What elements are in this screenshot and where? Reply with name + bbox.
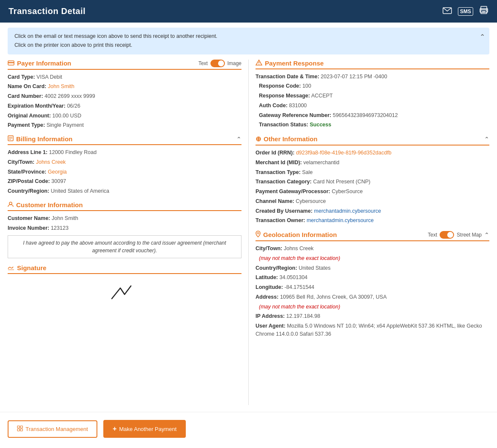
header: Transaction Detail SMS	[0, 0, 497, 23]
svg-point-17	[257, 232, 259, 234]
response-date: Transaction Date & Time: 2023-07-07 12:1…	[256, 73, 489, 81]
payer-name: Name On Card: John Smith	[8, 83, 241, 91]
auth-code: Auth Code: 831000	[256, 102, 489, 110]
geo-longitude: Longitude: -84.1751544	[256, 283, 489, 291]
geo-toggle-track[interactable]	[440, 231, 454, 239]
footer: Transaction Management + Make Another Pa…	[0, 412, 497, 448]
sms-icon[interactable]: SMS	[458, 7, 473, 16]
transaction-owner: Transaction Owner: merchantadmin.cyberso…	[256, 217, 489, 225]
print-icon[interactable]	[479, 6, 488, 17]
payment-response-section: Payment Response Transaction Date & Time…	[256, 60, 489, 129]
payer-card-number: Card Number: 4002 2699 xxxx 9999	[8, 92, 241, 100]
svg-rect-3	[482, 11, 486, 12]
plus-icon: ⊕	[256, 135, 261, 143]
plus-payment-icon: +	[113, 425, 116, 433]
payer-section: Payer Information Text Image Card Type: …	[8, 60, 241, 130]
banner-line1: Click on the email or text message icon …	[14, 32, 483, 41]
gateway-ref: Gateway Reference Number: 59656432389469…	[256, 111, 489, 120]
agreement-text: I have agreed to pay the above amount ac…	[8, 235, 241, 258]
billing-state: State/Province: Georgia	[8, 168, 241, 176]
svg-point-13	[9, 202, 12, 205]
signature-section: Signature	[8, 264, 241, 311]
payer-card-type: Card Type: VISA Debit	[8, 73, 241, 81]
main-content: Payer Information Text Image Card Type: …	[0, 60, 497, 405]
customer-icon	[8, 201, 14, 208]
info-banner: Click on the email or text message icon …	[8, 28, 489, 54]
transaction-status: Transaction Status: Success	[256, 121, 489, 129]
svg-rect-8	[8, 62, 14, 63]
payer-payment-type: Payment Type: Single Payment	[8, 121, 241, 129]
geo-address: Address: 10965 Bell Rd, Johns Creek, GA …	[256, 293, 489, 301]
signature-section-title: Signature	[8, 264, 46, 271]
customer-section-title: Customer Information	[8, 201, 83, 208]
other-info-title: ⊕ Other Information	[256, 135, 318, 143]
billing-icon	[8, 135, 14, 143]
svg-point-6	[486, 10, 487, 11]
geo-ip: IP Address: 12.197.184.98	[256, 312, 489, 320]
svg-rect-1	[481, 6, 487, 10]
banner-line2: Click on the printer icon above to print…	[14, 41, 483, 50]
geo-toggle[interactable]: Text Street Map ⌃	[428, 231, 489, 239]
customer-invoice: Invoice Number: 123123	[8, 224, 241, 232]
geo-city: City/Town: Johns Creek	[256, 245, 489, 253]
payer-expiry: Expiration Month/Year: 06/26	[8, 102, 241, 110]
geo-address-note: (may not match the exact location)	[256, 303, 489, 311]
transaction-category: Transaction Category: Card Not Present (…	[256, 178, 489, 186]
channel-name: Channel Name: Cybersource	[256, 197, 489, 205]
merchant-id: Merchant Id (MID): velamerchantid	[256, 159, 489, 167]
customer-name: Customer Name: John Smith	[8, 214, 241, 223]
billing-address: Address Line 1: 12000 Findley Road	[8, 148, 241, 157]
customer-section: Customer Information Customer Name: John…	[8, 201, 241, 259]
geo-agent: User Agent: Mozilla 5.0 Windows NT 10.0;…	[256, 322, 489, 338]
other-info-collapse[interactable]: ⌃	[484, 136, 489, 143]
page-title: Transaction Detail	[9, 6, 85, 16]
payment-gateway: Payment Gateway/Processor: CyberSource	[256, 188, 489, 196]
svg-point-16	[258, 64, 259, 65]
geolocation-title: Geolocation Information	[256, 231, 337, 239]
billing-section: Billing Information ⌃ Address Line 1: 12…	[8, 135, 241, 195]
geo-city-note: (may not match the exact location)	[256, 254, 489, 263]
billing-zip: ZIP/Postal Code: 30097	[8, 177, 241, 185]
payer-toggle-track[interactable]	[210, 60, 225, 67]
make-another-payment-button[interactable]: + Make Another Payment	[103, 420, 186, 438]
other-info-section: ⊕ Other Information ⌃ Order Id (RRN): d9…	[256, 135, 489, 225]
signature-canvas	[8, 277, 241, 311]
response-code: Response Code: 100	[256, 82, 489, 90]
signature-icon	[8, 264, 14, 271]
banner-collapse-icon[interactable]: ⌃	[480, 31, 485, 43]
transaction-management-button[interactable]: Transaction Management	[8, 420, 97, 438]
credit-card-icon	[8, 60, 14, 67]
billing-collapse-icon[interactable]: ⌃	[236, 136, 241, 143]
created-by: Created By Username: merchantadmin.cyber…	[256, 207, 489, 215]
header-icons: SMS	[443, 6, 488, 17]
payment-response-title: Payment Response	[256, 60, 324, 67]
svg-rect-20	[17, 429, 20, 431]
response-icon	[256, 60, 262, 67]
svg-rect-21	[20, 429, 23, 431]
svg-rect-18	[17, 426, 20, 428]
billing-city: City/Town: Johns Creek	[8, 158, 241, 166]
billing-country: Country/Region: United States of America	[8, 187, 241, 195]
transaction-type: Transaction Type: Sale	[256, 168, 489, 177]
geo-latitude: Latitude: 34.0501304	[256, 274, 489, 282]
payer-section-title: Payer Information	[8, 60, 71, 67]
svg-rect-19	[20, 426, 23, 428]
email-icon[interactable]	[443, 6, 452, 16]
geo-country: Country/Region: United States	[256, 264, 489, 272]
order-id: Order Id (RRN): d923f9a8-f08e-419e-81f9-…	[256, 149, 489, 157]
left-panel: Payer Information Text Image Card Type: …	[8, 60, 249, 405]
payer-amount: Original Amount: 100.00 USD	[8, 112, 241, 120]
response-message: Response Message: ACCEPT	[256, 92, 489, 100]
geolocation-section: Geolocation Information Text Street Map …	[256, 231, 489, 338]
payer-toggle[interactable]: Text Image	[199, 60, 241, 67]
geo-collapse-icon[interactable]: ⌃	[484, 231, 489, 238]
grid-icon	[17, 425, 23, 433]
right-panel: Payment Response Transaction Date & Time…	[249, 60, 489, 405]
billing-section-title: Billing Information	[8, 135, 73, 143]
location-icon	[256, 231, 261, 239]
